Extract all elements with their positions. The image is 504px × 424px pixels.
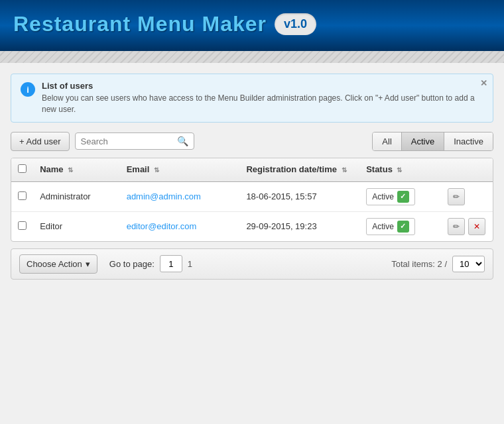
row1-actions: ✏ — [440, 182, 493, 212]
name-sort-icon: ⇅ — [68, 166, 73, 174]
status-sort-icon: ⇅ — [397, 166, 402, 174]
row1-date: 18-06-2015, 15:57 — [239, 182, 359, 212]
choose-action-arrow-icon: ▾ — [86, 259, 90, 269]
filter-all-button[interactable]: All — [373, 132, 401, 150]
row2-status-badge: Active ✓ — [366, 218, 415, 235]
email-sort-icon: ⇅ — [154, 166, 159, 174]
header-date[interactable]: Registration date/time ⇅ — [239, 158, 359, 182]
info-box: i List of users Below you can see users … — [11, 74, 493, 123]
row2-status: Active ✓ — [359, 211, 439, 241]
row1-name: Administrator — [33, 182, 120, 212]
row1-status-check-icon: ✓ — [397, 191, 409, 203]
row1-email: admin@admin.com — [120, 182, 240, 212]
header-name[interactable]: Name ⇅ — [33, 158, 120, 182]
toolbar: + Add user 🔍 All Active Inactive — [11, 132, 493, 151]
row1-checkbox[interactable] — [18, 191, 27, 200]
info-text: List of users Below you can see users wh… — [42, 81, 483, 115]
choose-action-button[interactable]: Choose Action ▾ — [19, 254, 97, 274]
search-icon: 🔍 — [177, 136, 188, 146]
table-header-row: Name ⇅ Email ⇅ Registration date/time ⇅ … — [11, 158, 493, 182]
info-body: Below you can see users who have access … — [42, 93, 483, 115]
table-body: Administrator admin@admin.com 18-06-2015… — [11, 182, 493, 241]
row2-date: 29-09-2015, 19:23 — [239, 211, 359, 241]
row2-checkbox[interactable] — [18, 221, 27, 230]
info-title: List of users — [42, 81, 483, 91]
header-status[interactable]: Status ⇅ — [359, 158, 439, 182]
row1-email-link[interactable]: admin@admin.com — [127, 191, 201, 201]
row2-email-link[interactable]: editor@editor.com — [127, 221, 197, 231]
row2-email: editor@editor.com — [120, 211, 240, 241]
app-header: Restaurant Menu Maker v1.0 — [0, 0, 504, 51]
app-title: Restaurant Menu Maker — [13, 12, 267, 36]
row1-status: Active ✓ — [359, 182, 439, 212]
app-version: v1.0 — [275, 13, 316, 35]
row2-status-check-icon: ✓ — [397, 221, 409, 233]
search-box: 🔍 — [75, 132, 194, 150]
row2-actions: ✏ ✕ — [440, 211, 493, 241]
page-total: 1 — [188, 259, 192, 269]
footer-bar: Choose Action ▾ Go to page: 1 Total item… — [11, 248, 493, 280]
row2-name: Editor — [33, 211, 120, 241]
filter-group: All Active Inactive — [372, 132, 493, 151]
header-email[interactable]: Email ⇅ — [120, 158, 240, 182]
row1-status-badge: Active ✓ — [366, 188, 415, 205]
users-table: Name ⇅ Email ⇅ Registration date/time ⇅ … — [11, 158, 493, 241]
filter-inactive-button[interactable]: Inactive — [444, 132, 493, 150]
select-all-checkbox[interactable] — [18, 164, 27, 173]
main-content: i List of users Below you can see users … — [0, 63, 504, 290]
table-row: Administrator admin@admin.com 18-06-2015… — [11, 182, 493, 212]
page-number-input[interactable] — [160, 255, 182, 272]
header-stripe — [0, 51, 504, 63]
per-page-select[interactable]: 10 — [452, 256, 485, 272]
info-icon: i — [21, 82, 35, 97]
row1-checkbox-cell — [11, 182, 33, 212]
search-input[interactable] — [81, 136, 174, 146]
row2-edit-button[interactable]: ✏ — [448, 218, 465, 235]
row2-delete-button[interactable]: ✕ — [468, 218, 485, 235]
users-table-container: Name ⇅ Email ⇅ Registration date/time ⇅ … — [11, 158, 493, 242]
go-to-page-label: Go to page: — [109, 259, 155, 269]
table-row: Editor editor@editor.com 29-09-2015, 19:… — [11, 211, 493, 241]
info-close-button[interactable]: ✕ — [480, 78, 487, 88]
add-user-button[interactable]: + Add user — [11, 132, 70, 151]
header-checkbox-cell — [11, 158, 33, 182]
date-sort-icon: ⇅ — [342, 166, 347, 174]
row1-edit-button[interactable]: ✏ — [448, 188, 465, 205]
total-items-label: Total items: 2 / — [391, 259, 447, 269]
filter-active-button[interactable]: Active — [402, 132, 444, 150]
row2-checkbox-cell — [11, 211, 33, 241]
header-actions — [440, 158, 493, 182]
